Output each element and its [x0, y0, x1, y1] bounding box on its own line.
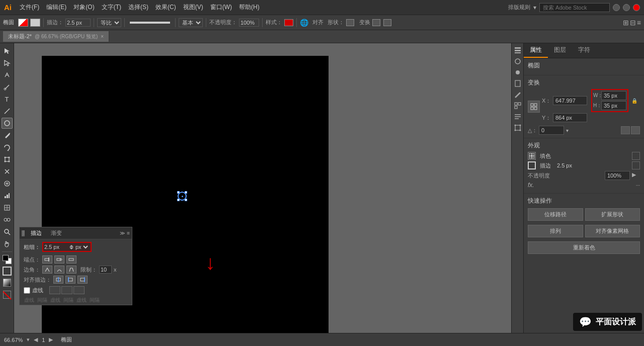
character-tab[interactable]: 字符 — [572, 43, 596, 58]
properties-icon[interactable] — [513, 45, 523, 55]
ellipse-tool[interactable]: ➜ — [2, 118, 13, 129]
menu-file[interactable]: 文件(F) — [17, 2, 42, 13]
circle-icon[interactable] — [513, 56, 523, 66]
opacity-appearance-input[interactable]: 100% — [605, 171, 630, 180]
nav-prev-btn[interactable]: ◀ — [34, 336, 38, 343]
stroke-tab[interactable]: 描边 — [27, 227, 46, 239]
more-options-icon[interactable]: ≡ — [637, 19, 641, 27]
dropdown-icon[interactable]: ▾ — [533, 4, 536, 11]
gradient-tool-swatch[interactable] — [2, 277, 13, 288]
angle-dropdown[interactable]: ▾ — [566, 128, 569, 133]
blend-tool[interactable] — [2, 214, 13, 225]
none-color[interactable] — [2, 289, 13, 300]
globe-icon[interactable]: 🌐 — [300, 19, 308, 27]
round-join-btn[interactable] — [54, 266, 64, 274]
fill-swatch[interactable] — [30, 19, 40, 27]
symbol-tool[interactable] — [2, 178, 13, 189]
panel-menu-icon[interactable]: ≡ — [127, 230, 130, 236]
menu-object[interactable]: 对象(O) — [70, 2, 97, 13]
transform-grid-icon[interactable] — [528, 101, 540, 113]
direct-selection-tool[interactable] — [2, 57, 13, 68]
x-input[interactable]: 647.997 — [553, 96, 587, 105]
stroke-value-input[interactable] — [65, 19, 91, 27]
stroke-type-select[interactable]: 等比 — [97, 18, 121, 27]
opacity-input[interactable] — [239, 19, 259, 27]
weight-spinner[interactable] — [69, 244, 73, 250]
expand-shape-button[interactable]: 扩展形状 — [585, 208, 640, 221]
panel-cols-icon[interactable]: ⊞ — [623, 19, 629, 27]
bevel-join-btn[interactable] — [66, 266, 76, 274]
anchor-tool[interactable] — [2, 81, 13, 93]
style-color[interactable] — [284, 19, 293, 26]
weight-input[interactable] — [44, 244, 69, 250]
menu-help[interactable]: 帮助(H) — [236, 2, 263, 13]
align-icon-2[interactable] — [631, 126, 640, 134]
line-tool[interactable] — [2, 106, 13, 117]
minimize-button[interactable] — [613, 4, 620, 11]
maximize-button[interactable] — [623, 4, 630, 11]
align-icon[interactable] — [513, 112, 523, 122]
canvas-area[interactable]: ↓ ⋮ 描边 渐变 ≫ ≡ 粗细： — [14, 43, 511, 333]
gradient-tab[interactable]: 渐变 — [47, 227, 66, 239]
stroke-expand-btn[interactable] — [632, 161, 640, 169]
menu-window[interactable]: 窗口(W) — [207, 2, 235, 13]
transform-icon2[interactable] — [383, 19, 391, 26]
stroke-style-select[interactable]: 基本 — [179, 18, 203, 27]
expand-panel-icon[interactable]: ≫ — [120, 230, 125, 236]
menu-text[interactable]: 文字(T) — [99, 2, 124, 13]
rotate-tool[interactable] — [2, 142, 13, 153]
graph-tool[interactable] — [2, 190, 13, 201]
drag-handle[interactable]: ⋮ — [22, 230, 25, 236]
offset-path-button[interactable]: 位移路径 — [528, 208, 583, 221]
zoom-tool[interactable] — [2, 226, 13, 237]
dashed-checkbox[interactable] — [24, 287, 30, 294]
properties-tab[interactable]: 属性 — [524, 43, 548, 58]
document-tab[interactable]: 未标题-2* @ 66.67% (RGB/GPU 预览) × — [3, 31, 109, 42]
lock-ratio-icon[interactable]: 🔒 — [631, 98, 637, 104]
align-icon-1[interactable] — [621, 126, 630, 134]
search-input[interactable] — [539, 3, 610, 12]
fill-expand-btn[interactable] — [632, 152, 640, 160]
y-input[interactable]: 864 px — [553, 113, 587, 122]
selection-tool[interactable] — [2, 45, 13, 56]
symbols-icon[interactable] — [513, 101, 523, 111]
scissors-tool[interactable] — [2, 166, 13, 177]
mesh-tool[interactable] — [2, 202, 13, 213]
appearance-icon[interactable] — [513, 67, 523, 77]
butt-cap-btn[interactable] — [42, 255, 52, 264]
menu-view[interactable]: 视图(V) — [180, 2, 206, 13]
layers-tab[interactable]: 图层 — [548, 43, 572, 58]
fx-more-icon[interactable]: ··· — [636, 183, 640, 188]
opacity-expand-btn[interactable]: ▶ — [632, 171, 640, 180]
panel-row-icon[interactable]: ⊟ — [630, 19, 636, 27]
close-button[interactable] — [633, 4, 640, 11]
hand-tool[interactable] — [2, 238, 13, 249]
nav-next-btn[interactable]: ▶ — [49, 336, 53, 343]
pencil-tool[interactable] — [2, 130, 13, 141]
tab-close-button[interactable]: × — [101, 34, 104, 39]
align-outside-btn[interactable] — [77, 276, 88, 284]
transform-tool[interactable] — [2, 154, 13, 165]
recolor-button[interactable]: 重新着色 — [528, 241, 640, 254]
round-cap-btn[interactable] — [54, 255, 64, 264]
transform2-icon[interactable] — [513, 123, 523, 133]
zoom-dropdown[interactable]: ▾ — [27, 336, 30, 343]
menu-effect[interactable]: 效果(C) — [152, 2, 179, 13]
type-tool[interactable]: T — [2, 94, 13, 105]
color-swatches[interactable] — [2, 254, 13, 265]
align-center-btn[interactable] — [53, 276, 63, 284]
shape-icon[interactable] — [346, 19, 354, 26]
align-inside-btn[interactable] — [65, 276, 75, 284]
w-input[interactable]: 35 px — [601, 91, 626, 100]
miter-join-btn[interactable] — [42, 266, 52, 274]
square-cap-btn[interactable] — [66, 255, 76, 264]
limit-input[interactable] — [99, 266, 112, 274]
h-input[interactable]: 35 px — [601, 101, 626, 110]
library-icon[interactable] — [513, 78, 523, 89]
swap-colors-icon[interactable] — [3, 267, 12, 276]
stroke-color-swatch[interactable] — [18, 19, 28, 27]
brush-icon[interactable] — [513, 90, 523, 100]
align-pixel-button[interactable]: 对齐像素网格 — [585, 225, 640, 237]
angle-input[interactable]: 0 — [539, 126, 564, 135]
align-button[interactable]: 排列 — [528, 225, 583, 237]
